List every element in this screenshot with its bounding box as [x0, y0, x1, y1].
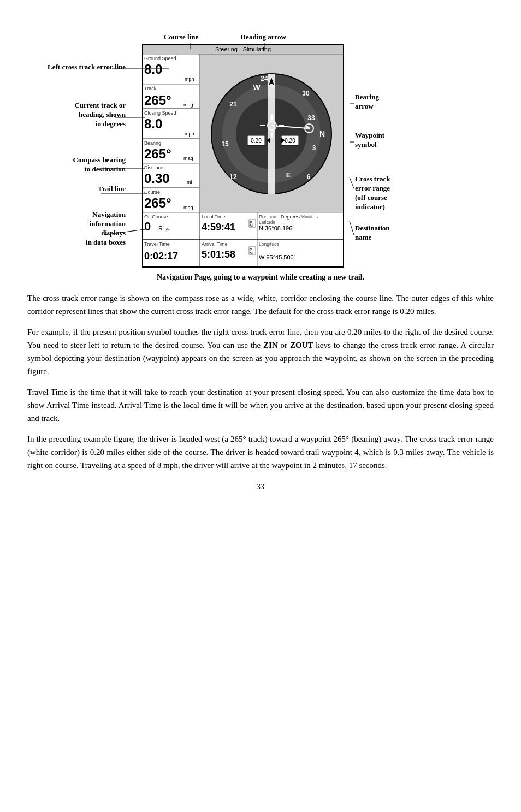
- svg-text:Position - Degrees/Minutes: Position - Degrees/Minutes: [259, 214, 318, 220]
- svg-text:mph: mph: [185, 76, 194, 82]
- paragraph-3: Travel Time is the time that it will tak…: [27, 386, 494, 425]
- svg-text:M: M: [250, 251, 253, 255]
- svg-text:Track: Track: [144, 86, 157, 91]
- current-track-label: Current track orheading, shownin degrees: [74, 101, 126, 129]
- diagram-caption: Navigation Page, going to a waypoint whi…: [27, 273, 494, 282]
- heading-arrow-label: Heading arrow: [240, 33, 286, 42]
- zin-key: ZIN: [263, 341, 278, 349]
- svg-text:Latitude: Latitude: [259, 220, 276, 225]
- svg-text:265°: 265°: [144, 146, 171, 161]
- svg-text:W  95°45.500': W 95°45.500': [259, 254, 295, 260]
- svg-line-102: [350, 177, 354, 188]
- svg-text:mi: mi: [187, 180, 192, 185]
- svg-text:N: N: [319, 129, 325, 138]
- svg-text:4:59:41: 4:59:41: [202, 222, 235, 233]
- svg-text:Local Time: Local Time: [202, 214, 226, 220]
- gps-screen-svg: Steering - Simulating Ground Speed 8.0 m…: [142, 44, 344, 268]
- paragraph-2: For example, if the present position sym…: [27, 325, 494, 378]
- zout-key: ZOUT: [290, 341, 313, 349]
- svg-text:Course: Course: [144, 189, 160, 195]
- svg-text:0.20: 0.20: [285, 138, 295, 144]
- cross-track-label: Cross trackerror range(off courseindicat…: [355, 175, 390, 212]
- compass-bearing-label: Compass bearingto destination: [73, 156, 126, 174]
- svg-line-103: [350, 221, 354, 235]
- gps-screen-container: Steering - Simulating Ground Speed 8.0 m…: [142, 44, 344, 246]
- course-line-label: Course line: [164, 33, 198, 42]
- paragraph-4: In the preceding example figure, the dri…: [27, 432, 494, 472]
- svg-text:265°: 265°: [144, 93, 171, 108]
- svg-text:265°: 265°: [144, 195, 171, 210]
- svg-text:E: E: [286, 171, 291, 179]
- paragraph-1: The cross track error range is shown on …: [27, 292, 494, 318]
- svg-text:21: 21: [229, 100, 237, 108]
- trail-line-label: Trail line: [98, 185, 126, 194]
- svg-text:N  36°08.196': N 36°08.196': [259, 225, 293, 232]
- svg-text:0:02:17: 0:02:17: [144, 251, 178, 262]
- svg-text:Longitude: Longitude: [259, 241, 280, 247]
- left-cross-track-label: Left cross track error line: [48, 63, 126, 72]
- svg-text:Ground Speed: Ground Speed: [144, 56, 176, 61]
- svg-text:5:01:58: 5:01:58: [202, 249, 235, 260]
- svg-text:M: M: [250, 224, 253, 228]
- svg-text:ft: ft: [166, 228, 169, 233]
- svg-text:15: 15: [221, 140, 229, 148]
- svg-text:8.0: 8.0: [144, 116, 162, 131]
- svg-text:33: 33: [307, 114, 315, 122]
- svg-text:W: W: [253, 83, 260, 92]
- svg-text:Arrival Time: Arrival Time: [202, 241, 228, 247]
- svg-text:24: 24: [260, 75, 268, 82]
- svg-text:mag: mag: [183, 102, 193, 108]
- svg-text:Distance: Distance: [144, 165, 163, 170]
- svg-text:Off Course: Off Course: [144, 214, 168, 220]
- svg-text:6: 6: [307, 173, 311, 181]
- svg-text:12: 12: [229, 173, 237, 181]
- svg-text:30: 30: [302, 90, 310, 97]
- svg-text:8.0: 8.0: [144, 62, 162, 76]
- svg-text:0: 0: [144, 220, 151, 233]
- svg-text:0.20: 0.20: [251, 138, 262, 144]
- page-number: 33: [27, 483, 494, 491]
- diagram-area: Course line Heading arrow Left cross tra…: [27, 16, 497, 268]
- svg-text:mph: mph: [185, 131, 194, 137]
- bearing-arrow-label: Bearingarrow: [355, 93, 379, 111]
- svg-text:mag: mag: [183, 205, 193, 210]
- svg-text:Steering - Simulating: Steering - Simulating: [215, 46, 271, 52]
- nav-info-label: Navigationinformationdisplaysin data box…: [86, 210, 126, 247]
- svg-text:mag: mag: [183, 156, 193, 161]
- destination-name-label: Destinationname: [355, 224, 390, 242]
- svg-text:0.30: 0.30: [144, 171, 170, 186]
- svg-text:Bearing: Bearing: [144, 140, 161, 146]
- svg-text:3: 3: [312, 144, 316, 152]
- svg-text:Travel Time: Travel Time: [144, 241, 170, 247]
- svg-text:R: R: [158, 225, 163, 232]
- svg-text:Closing Speed: Closing Speed: [144, 110, 176, 116]
- waypoint-symbol-label: Waypointsymbol: [355, 131, 384, 150]
